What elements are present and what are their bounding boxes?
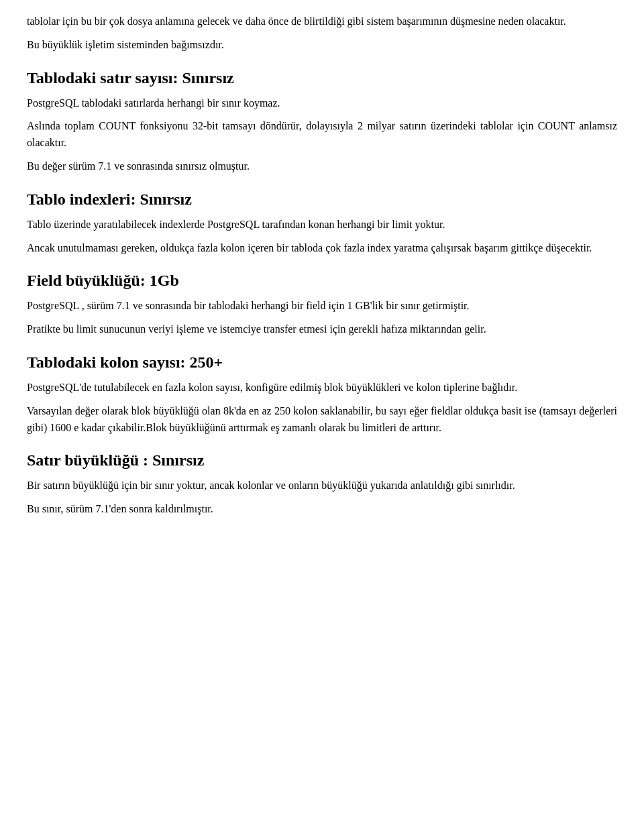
body-paragraph-p4: Aslında toplam COUNT fonksiyonu 32-bit t… <box>27 118 617 152</box>
body-paragraph-p7: Ancak unutulmaması gereken, oldukça fazl… <box>27 240 617 257</box>
body-paragraph-p6: Tablo üzerinde yaratılabilecek indexlerd… <box>27 217 617 233</box>
body-paragraph-p11: Varsayılan değer olarak blok büyüklüğü o… <box>27 403 617 437</box>
body-paragraph-p2: Bu büyüklük işletim sisteminden bağımsız… <box>27 37 617 54</box>
page-content: tablolar için bu bir çok dosya anlamına … <box>27 13 617 518</box>
section-heading-h3: Field büyüklüğü: 1Gb <box>27 268 617 292</box>
body-paragraph-p5: Bu değer sürüm 7.1 ve sonrasında sınırsı… <box>27 158 617 175</box>
body-paragraph-p1: tablolar için bu bir çok dosya anlamına … <box>27 13 617 30</box>
body-paragraph-p13: Bu sınır, sürüm 7.1'den sonra kaldırılmı… <box>27 501 617 518</box>
body-paragraph-p3: PostgreSQL tablodaki satırlarda herhangi… <box>27 95 617 112</box>
section-heading-h1: Tablodaki satır sayısı: Sınırsız <box>27 66 617 90</box>
body-paragraph-p10: PostgreSQL'de tutulabilecek en fazla kol… <box>27 380 617 396</box>
section-heading-h4: Tablodaki kolon sayısı: 250+ <box>27 350 617 374</box>
body-paragraph-p9: Pratikte bu limit sunucunun veriyi işlem… <box>27 321 617 338</box>
section-heading-h2: Tablo indexleri: Sınırsız <box>27 187 617 211</box>
body-paragraph-p12: Bir satırın büyüklüğü için bir sınır yok… <box>27 478 617 494</box>
section-heading-h5: Satır büyüklüğü : Sınırsız <box>27 448 617 472</box>
body-paragraph-p8: PostgreSQL , sürüm 7.1 ve sonrasında bir… <box>27 298 617 315</box>
